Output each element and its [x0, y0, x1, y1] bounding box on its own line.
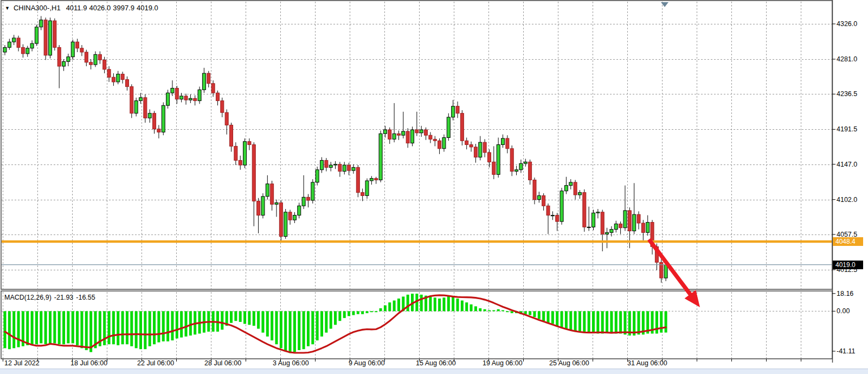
dropdown-triangle-icon[interactable]: ▼: [5, 5, 10, 11]
time-axis-label: 19 Aug 06:00: [483, 359, 523, 367]
candle: [85, 50, 88, 66]
candle: [293, 212, 296, 223]
candle: [592, 210, 595, 230]
symbol-timeframe: CHINA300-,H1: [14, 4, 61, 12]
candle: [338, 162, 342, 176]
candle: [442, 135, 446, 152]
candle: [361, 188, 364, 201]
quote-open: 4011.9: [66, 4, 87, 12]
candle: [447, 113, 450, 141]
price-axis-label: 4147.0: [837, 161, 857, 168]
candle: [316, 167, 319, 186]
candle: [515, 166, 518, 175]
time-axis[interactable]: 12 Jul 202218 Jul 06:0022 Jul 06:0028 Ju…: [3, 359, 801, 367]
trend-arrow[interactable]: [649, 239, 700, 307]
candle: [89, 59, 93, 69]
candle: [139, 93, 143, 104]
candle: [492, 146, 496, 179]
orange-level-badge: 4048.4: [833, 237, 863, 246]
candle: [456, 102, 459, 118]
candle: [166, 90, 170, 109]
quote-close: 4019.0: [137, 4, 158, 12]
candle: [26, 46, 29, 56]
candle: [551, 211, 554, 220]
candle: [125, 77, 128, 91]
candle: [433, 136, 436, 147]
candle: [171, 80, 174, 96]
candle: [606, 228, 609, 249]
candle: [370, 176, 373, 185]
macd-axis-label: 18.16: [837, 290, 853, 297]
candle: [306, 194, 310, 208]
candle: [537, 192, 541, 202]
time-axis-label: 18 Jul 06:00: [70, 359, 107, 367]
candle: [67, 54, 70, 66]
candle: [529, 160, 532, 185]
candle: [288, 210, 292, 224]
chart-window: 4326.04281.04236.54191.54147.04102.04057…: [0, 0, 868, 374]
candle: [275, 200, 278, 217]
candle: [465, 138, 468, 150]
candle: [474, 144, 477, 163]
candle: [311, 179, 314, 204]
candle: [479, 136, 482, 161]
candle: [637, 211, 640, 229]
candle: [134, 98, 138, 117]
chart-canvas[interactable]: 4326.04281.04236.54191.54147.04102.04057…: [0, 0, 868, 374]
candle: [583, 189, 586, 232]
macd-histogram: [4, 294, 667, 353]
candle: [248, 138, 251, 150]
macd-axis-label: -41.11: [837, 347, 856, 355]
candle: [49, 17, 52, 58]
candle: [243, 138, 247, 168]
candle: [320, 157, 324, 173]
candle: [12, 35, 16, 45]
candle: [325, 158, 328, 172]
candle: [207, 71, 210, 87]
candle: [53, 18, 56, 50]
main-chart-panel[interactable]: [1, 1, 832, 289]
candle: [506, 135, 509, 153]
candle: [365, 179, 369, 199]
price-axis-label: 4236.5: [837, 90, 857, 98]
candle: [651, 220, 654, 255]
candle: [98, 52, 101, 64]
candle: [94, 52, 97, 67]
candle: [117, 71, 120, 85]
candle: [234, 142, 237, 165]
candle: [112, 73, 115, 86]
price-axis-label: 4281.0: [837, 55, 857, 63]
candle: [107, 66, 111, 82]
time-axis-label: 28 Jul 06:00: [204, 359, 241, 367]
candle: [379, 131, 382, 182]
price-axis-label: 4191.5: [837, 125, 857, 133]
candle: [497, 138, 500, 178]
time-axis-label: 12 Jul 2022: [4, 359, 40, 367]
candle: [587, 207, 590, 231]
candle: [298, 202, 301, 218]
quote-low: 3997.9: [113, 4, 134, 12]
candle: [601, 210, 604, 251]
candle: [35, 24, 38, 46]
bid-price-badge: 4019.0: [833, 261, 863, 269]
candle: [189, 94, 192, 103]
candle: [415, 112, 419, 136]
candle: [76, 39, 79, 52]
candle: [334, 161, 337, 169]
macd-name: MACD(12,26,9): [4, 294, 52, 301]
candle: [483, 139, 486, 157]
price-axis[interactable]: 4326.04281.04236.54191.54147.04102.04057…: [832, 20, 857, 355]
candle: [230, 123, 233, 151]
candle: [180, 93, 183, 102]
candle: [388, 128, 391, 144]
candle: [356, 165, 359, 197]
candle: [542, 193, 545, 211]
time-axis-label: 25 Aug 06:00: [549, 359, 589, 367]
candle: [302, 175, 305, 209]
candle: [619, 221, 622, 234]
candle: [420, 126, 423, 137]
candle: [216, 91, 219, 105]
candle: [524, 159, 527, 167]
macd-axis-label: 0.00: [837, 307, 850, 315]
candle: [429, 132, 432, 143]
